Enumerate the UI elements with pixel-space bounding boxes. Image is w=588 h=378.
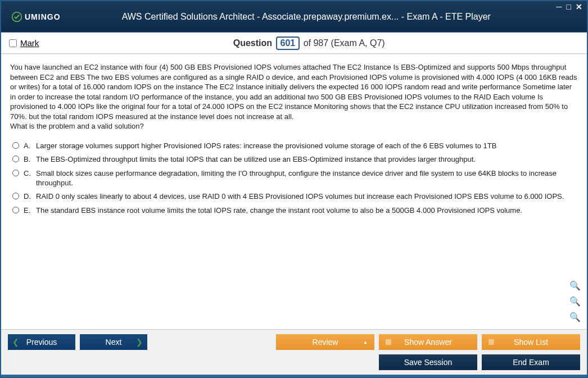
- zoom-out-icon[interactable]: 🔍: [569, 311, 581, 324]
- checkmark-icon: [11, 11, 22, 22]
- radio-icon[interactable]: [12, 207, 19, 213]
- option-text: Larger storage volumes support higher Pr…: [34, 139, 578, 153]
- next-label: Next: [106, 338, 122, 347]
- radio-icon[interactable]: [12, 156, 19, 162]
- brand-logo: UMINGO: [1, 11, 71, 22]
- chevron-left-icon: ❮: [12, 338, 19, 347]
- content-area: You have launched an EC2 instance with f…: [1, 54, 587, 329]
- radio-icon[interactable]: [12, 193, 19, 199]
- mark-label-text: Mark: [20, 38, 39, 48]
- zoom-controls: 🔍 🔍 🔍: [569, 280, 581, 324]
- question-word: Question: [233, 38, 272, 48]
- next-button[interactable]: Next ❯: [80, 334, 147, 350]
- zoom-in-icon[interactable]: 🔍: [569, 295, 581, 308]
- option-e[interactable]: E. The standard EBS instance root volume…: [10, 204, 578, 218]
- save-session-label: Save Session: [404, 358, 453, 367]
- previous-label: Previous: [26, 338, 57, 347]
- show-answer-button[interactable]: Show Answer: [379, 334, 477, 350]
- option-d[interactable]: D. RAID 0 only scales linearly to about …: [10, 190, 578, 204]
- maximize-button[interactable]: □: [566, 2, 572, 11]
- option-b[interactable]: B. The EBS-Optimized throughput limits t…: [10, 153, 578, 167]
- previous-button[interactable]: ❮ Previous: [8, 334, 75, 350]
- save-session-button[interactable]: Save Session: [379, 354, 477, 370]
- chevron-right-icon: ❯: [136, 338, 143, 347]
- end-exam-label: End Exam: [513, 358, 549, 367]
- options-list: A. Larger storage volumes support higher…: [10, 139, 578, 217]
- end-exam-button[interactable]: End Exam: [482, 354, 580, 370]
- question-header: Question 601 of 987 (Exam A, Q7): [39, 37, 579, 50]
- option-letter: C.: [21, 167, 34, 190]
- search-icon[interactable]: 🔍: [569, 280, 581, 292]
- question-text: You have launched an EC2 instance with f…: [10, 62, 578, 131]
- review-button[interactable]: Review ▲: [276, 334, 374, 350]
- show-answer-label: Show Answer: [404, 338, 452, 347]
- option-text: RAID 0 only scales linearly to about 4 d…: [34, 190, 578, 204]
- option-letter: D.: [21, 190, 34, 204]
- option-letter: A.: [21, 139, 34, 153]
- show-list-label: Show List: [514, 338, 548, 347]
- question-number: 601: [276, 37, 300, 50]
- review-label: Review: [313, 338, 338, 347]
- brand-text: UMINGO: [25, 12, 61, 21]
- option-letter: E.: [21, 204, 34, 218]
- square-icon: [386, 339, 391, 345]
- close-button[interactable]: ✕: [575, 2, 584, 11]
- title-bar: UMINGO AWS Certified Solutions Architect…: [1, 1, 587, 33]
- app-window: UMINGO AWS Certified Solutions Architect…: [0, 0, 588, 378]
- show-list-button[interactable]: Show List: [482, 334, 580, 350]
- option-text: Small block sizes cause performance degr…: [34, 167, 578, 190]
- window-title: AWS Certified Solutions Architect - Asso…: [71, 12, 587, 22]
- minimize-button[interactable]: ─: [555, 2, 563, 11]
- sub-header: Mark Question 601 of 987 (Exam A, Q7): [1, 33, 587, 54]
- option-text: The EBS-Optimized throughput limits the …: [34, 153, 578, 167]
- option-text: The standard EBS instance root volume li…: [34, 204, 578, 218]
- option-letter: B.: [21, 153, 34, 167]
- radio-icon[interactable]: [12, 142, 19, 149]
- bottom-accent: [1, 375, 587, 377]
- square-icon: [489, 339, 494, 345]
- question-total: of 987 (Exam A, Q7): [304, 38, 385, 48]
- mark-checkbox[interactable]: Mark: [9, 38, 39, 48]
- radio-icon[interactable]: [12, 170, 19, 176]
- question-body: You have launched an EC2 instance with f…: [10, 63, 577, 121]
- mark-checkbox-input[interactable]: [9, 39, 17, 47]
- triangle-up-icon: ▲: [363, 340, 368, 345]
- window-controls: ─ □ ✕: [555, 2, 584, 11]
- question-prompt: What is the problem and a valid solution…: [10, 122, 144, 130]
- option-c[interactable]: C. Small block sizes cause performance d…: [10, 167, 578, 190]
- option-a[interactable]: A. Larger storage volumes support higher…: [10, 139, 578, 153]
- footer: ❮ Previous Next ❯ Review ▲ Show Answer S…: [1, 329, 587, 375]
